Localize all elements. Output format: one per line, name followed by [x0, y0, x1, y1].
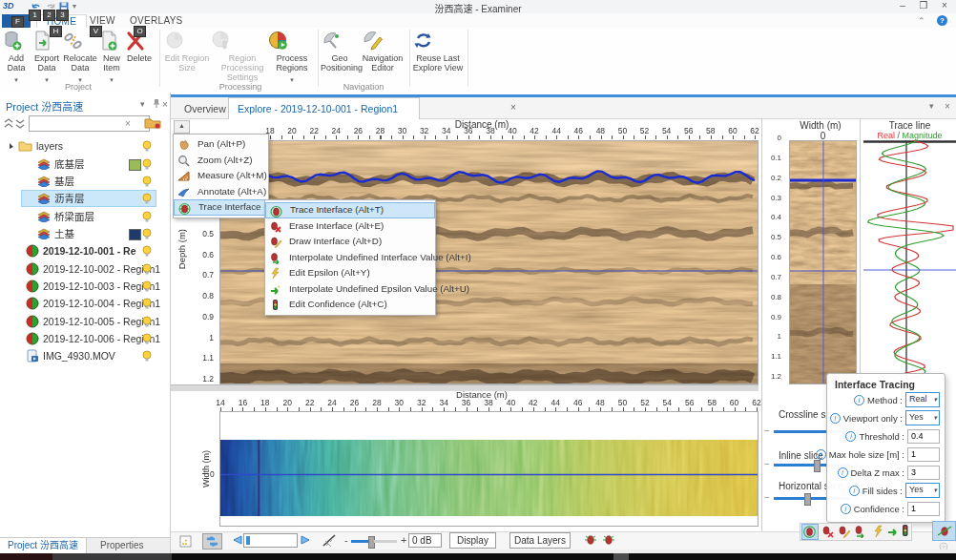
panel-dropdown-icon[interactable]: ▾ — [140, 99, 145, 109]
interpolate-interface-tool[interactable] — [853, 525, 866, 538]
expand-all-icon[interactable] — [15, 118, 25, 129]
process-regions-button[interactable]: Process Regions▾ — [268, 30, 316, 84]
panel-close-icon[interactable]: × — [162, 99, 168, 110]
method-dropdown[interactable]: Real▾ — [905, 392, 940, 407]
tab-close-icon[interactable]: × — [510, 102, 516, 113]
submenu-trace-interface[interactable]: Trace Interface (Alt+T) — [265, 202, 435, 218]
close-button[interactable]: × — [935, 0, 954, 12]
navigation-editor-button[interactable]: Navigation Editor — [362, 30, 404, 73]
help-icon[interactable]: ? — [937, 15, 947, 26]
submenu-edit-epsilon[interactable]: Edit Epsilon (Alt+Y) — [265, 265, 435, 281]
panel-close-icon[interactable]: × — [945, 101, 950, 112]
visibility-bulb-icon[interactable] — [141, 140, 153, 153]
collapse-all-icon[interactable] — [4, 118, 13, 129]
gain-slider[interactable] — [351, 540, 387, 543]
menu-item-zoom[interactable]: Zoom (Alt+Z) — [174, 153, 268, 169]
tree-item-dataset-002[interactable]: 2019-12-10-002 - Region1 — [0, 260, 170, 278]
pin-icon[interactable] — [152, 98, 161, 109]
draw-interface-tool[interactable] — [837, 525, 850, 538]
visibility-bulb-icon[interactable] — [141, 158, 153, 171]
viewport-only-dropdown[interactable]: Yes▾ — [905, 410, 940, 425]
submenu-draw-interface[interactable]: Draw Interface (Alt+D) — [265, 234, 435, 250]
search-folder-icon[interactable] — [143, 116, 162, 130]
visibility-bulb-icon[interactable] — [141, 193, 153, 205]
visibility-bulb-icon[interactable] — [141, 350, 153, 363]
threshold-input[interactable] — [907, 429, 940, 444]
crossline-width-view[interactable] — [789, 140, 857, 384]
search-input[interactable] — [29, 115, 150, 132]
tree-item-dataset-004[interactable]: 2019-12-10-004 - Region1 — [0, 295, 170, 312]
collapse-view-button[interactable]: ▲ — [174, 120, 190, 134]
tree-item-dataset-005[interactable]: 2019-12-10-005 - Region1 — [0, 313, 170, 330]
search-clear-icon[interactable]: × — [125, 118, 131, 129]
visibility-bulb-icon[interactable] — [141, 280, 153, 293]
swap-axes-button[interactable] — [202, 533, 222, 550]
tab-overlays[interactable]: OVERLAYS — [120, 14, 193, 28]
interpolate-epsilon-tool[interactable] — [886, 525, 900, 538]
tree-item-movie[interactable]: IMG_4930.MOV — [0, 347, 170, 364]
tree-item-dataset-003[interactable]: 2019-12-10-003 - Region1 — [0, 278, 170, 295]
menu-item-pan[interactable]: Pan (Alt+P) — [174, 136, 268, 153]
delta-z-max-input[interactable] — [907, 466, 940, 480]
restore-button[interactable]: ❒ — [914, 0, 933, 12]
settings-grid-icon[interactable] — [179, 535, 192, 548]
panel-menu-caret-icon[interactable]: ▾ — [929, 101, 934, 111]
visibility-bulb-icon[interactable] — [141, 333, 153, 345]
horizontal-slider-thumb[interactable] — [804, 493, 811, 506]
erase-interface-tool[interactable] — [821, 525, 834, 538]
prev-arrow-icon[interactable] — [231, 534, 242, 546]
tree-item-dijiceng[interactable]: 底基层 — [0, 156, 170, 173]
info-icon[interactable]: i — [830, 413, 841, 424]
tree-item-liqingceng-selected[interactable]: 沥青层 — [0, 190, 170, 207]
submenu-interpolate-epsilon[interactable]: Interpolate Undefined Epsilon Value (Alt… — [265, 281, 435, 298]
info-icon[interactable]: i — [845, 431, 856, 442]
new-item-button[interactable]: New Item▾ — [98, 30, 125, 84]
submenu-erase-interface[interactable]: Erase Interface (Alt+E) — [265, 218, 435, 235]
tree-item-dataset-006[interactable]: 2019-12-10-006 - Region1 — [0, 330, 170, 347]
info-icon[interactable]: i — [838, 467, 848, 478]
minimize-button[interactable]: – — [893, 0, 912, 12]
data-layers-button[interactable]: Data Layers — [509, 532, 571, 549]
add-data-button[interactable]: Add Data▾ — [2, 30, 31, 84]
fill-sides-dropdown[interactable]: Yes▾ — [905, 483, 940, 498]
reuse-last-explore-view-button[interactable]: Reuse Last Explore View — [412, 30, 464, 73]
horizontal-minus[interactable]: − — [764, 492, 770, 503]
tree-item-tuji[interactable]: 土基 — [0, 225, 170, 242]
submenu-edit-confidence[interactable]: Edit Confidence (Alt+C) — [265, 297, 435, 313]
trace-index-input[interactable] — [243, 533, 298, 548]
next-arrow-icon[interactable] — [301, 534, 312, 546]
tab-project[interactable]: Project 汾西高速 — [0, 538, 87, 553]
edit-confidence-tool[interactable] — [899, 524, 911, 538]
visibility-bulb-icon[interactable] — [141, 263, 153, 276]
tab-properties[interactable]: Properties — [93, 538, 152, 553]
tree-item-dataset-001[interactable]: 2019-12-10-001 - Region1 — [0, 242, 170, 259]
info-icon[interactable]: i — [841, 504, 851, 514]
relocate-data-button[interactable]: Relocate Data▾ — [63, 30, 97, 84]
trace-bug-icon[interactable] — [602, 533, 615, 547]
export-data-button[interactable]: Export Data▾ — [31, 30, 62, 84]
confidence-input[interactable] — [907, 502, 940, 516]
tab-explore[interactable]: Explore - 2019-12-10-001 - Region1 — [228, 97, 420, 119]
tab-overview[interactable]: Overview — [176, 99, 235, 118]
menu-item-trace-interface[interactable]: Trace Interface (Alt+T) — [174, 199, 268, 216]
trace-line-view[interactable] — [863, 140, 956, 384]
max-hole-size-input[interactable] — [907, 447, 940, 462]
visibility-bulb-icon[interactable] — [141, 298, 153, 310]
trace-bug-icon[interactable] — [584, 533, 597, 547]
inline-minus[interactable]: − — [764, 459, 770, 469]
visibility-bulb-icon[interactable] — [141, 245, 153, 258]
crossline-minus[interactable]: − — [764, 425, 770, 436]
gain-plus[interactable]: + — [401, 534, 406, 546]
submenu-interpolate-interface[interactable]: Interpolate Undefined Interface Value (A… — [265, 250, 435, 266]
visibility-bulb-icon[interactable] — [141, 176, 153, 188]
info-icon[interactable]: i — [849, 486, 860, 496]
visibility-bulb-icon[interactable] — [141, 228, 153, 240]
tab-view[interactable]: VIEW — [80, 14, 125, 28]
tree-item-layers[interactable]: layers — [0, 137, 170, 155]
menu-item-measure[interactable]: Measure (Alt+M) — [174, 168, 268, 184]
menu-item-annotate[interactable]: Annotate (Alt+A) — [174, 184, 268, 200]
info-icon[interactable]: i — [816, 449, 826, 460]
info-icon[interactable]: i — [854, 395, 864, 405]
collapse-ribbon-icon[interactable]: ⌃ — [918, 16, 925, 26]
gain-curve-icon[interactable] — [322, 534, 336, 547]
